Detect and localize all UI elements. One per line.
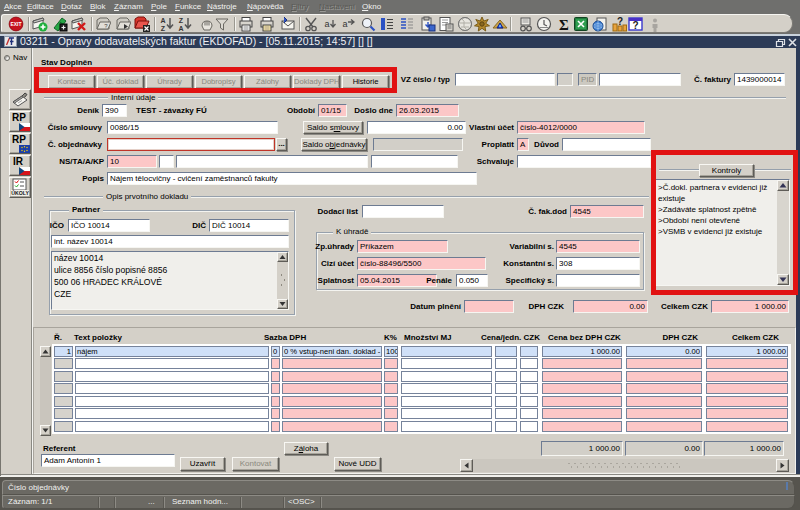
svg-text:?: ? [617, 16, 623, 27]
svg-text:a: a [342, 19, 347, 29]
svg-text:EXIT: EXIT [10, 21, 21, 27]
svg-text:a: a [324, 19, 329, 29]
svg-text:?: ? [632, 20, 638, 31]
svg-text:Σ: Σ [559, 17, 569, 33]
svg-text:A: A [178, 25, 183, 32]
svg-text:A: A [160, 17, 165, 24]
svg-text:Z: Z [161, 25, 166, 32]
svg-text:Z: Z [179, 17, 184, 24]
svg-text:ÚKOLY: ÚKOLY [11, 190, 29, 196]
